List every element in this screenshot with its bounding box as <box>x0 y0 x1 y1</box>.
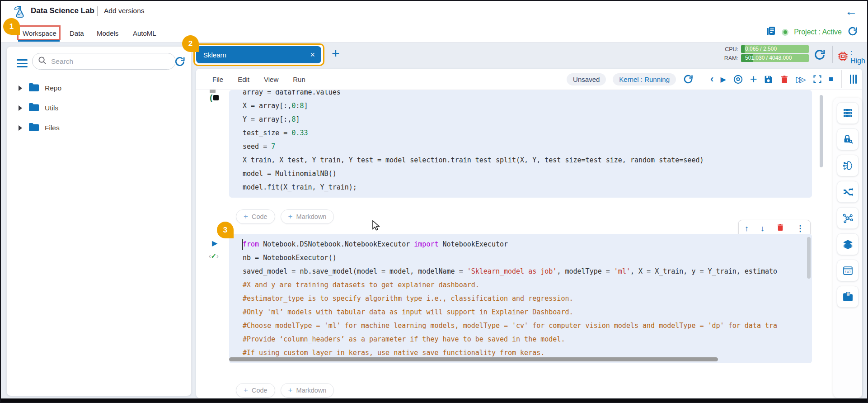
notebook-tab-label: Sklearn <box>203 51 226 59</box>
code-line[interactable]: X_train, X_test, Y_train, Y_test = model… <box>243 153 812 167</box>
cell1-code[interactable]: array = dataframe.valuesX = array[:,0:8]… <box>229 90 812 194</box>
code-line[interactable]: X = array[:,0:8] <box>243 99 812 113</box>
layers-icon[interactable] <box>837 233 859 255</box>
add-markdown-button[interactable]: + Markdown <box>281 209 334 224</box>
run-all-icon[interactable]: ▷▷ <box>796 74 806 85</box>
add-cell-icon[interactable]: + <box>750 72 757 86</box>
stop-kernel-icon[interactable]: ■ <box>829 75 833 84</box>
resource-refresh-icon[interactable] <box>813 48 826 63</box>
kernel-status-badge[interactable]: Kernel : Running <box>613 73 676 85</box>
chevron-right-icon[interactable] <box>19 125 22 131</box>
add-code-button[interactable]: + Code <box>236 383 275 398</box>
close-tab-icon[interactable]: × <box>310 50 315 60</box>
save-notebook-icon[interactable] <box>764 75 773 84</box>
folder-tree: Repo Utils Files <box>7 78 191 138</box>
cell2-code[interactable]: from Notebook.DSNotebook.NotebookExecuto… <box>229 234 812 360</box>
code-line[interactable]: from Notebook.DSNotebook.NotebookExecuto… <box>243 237 812 251</box>
delete-notebook-icon[interactable] <box>780 75 789 84</box>
kernel-refresh-icon[interactable] <box>683 74 694 85</box>
code-line[interactable]: Y = array[:,8] <box>243 113 812 126</box>
cpu-usage-value: 0.065 / 2.500 <box>745 45 777 53</box>
cell1-running-indicator[interactable]: ( <box>210 93 219 103</box>
code-line[interactable]: seed = 7 <box>243 140 812 153</box>
move-cell-down-icon[interactable]: ↓ <box>760 224 765 233</box>
notebook-panel: File Edit View Run Unsaved Kernel : Runn… <box>196 69 862 398</box>
code-line[interactable]: #X and y are training datasets to get ex… <box>243 278 812 292</box>
tab-workspace[interactable]: Workspace <box>23 29 56 37</box>
move-cell-up-icon[interactable]: ↑ <box>745 224 749 233</box>
run-this-cell-icon[interactable]: ▶ <box>212 239 217 247</box>
code-cell-1[interactable]: array = dataframe.valuesX = array[:,0:8]… <box>229 90 812 198</box>
network-nodes-icon[interactable] <box>837 207 859 229</box>
hamburger-menu-icon[interactable] <box>17 59 28 67</box>
mouse-cursor <box>372 220 382 233</box>
search-input[interactable] <box>50 57 170 66</box>
sidebar-refresh-icon[interactable] <box>174 56 186 69</box>
plus-icon: + <box>244 386 248 395</box>
add-notebook-tab-icon[interactable]: + <box>332 46 340 61</box>
chevron-left-icon[interactable]: ‹ <box>710 73 713 85</box>
code-line[interactable]: model = MultinomialNB() <box>243 167 812 180</box>
circle-gear-icon[interactable] <box>733 74 743 85</box>
project-docs-icon[interactable] <box>765 26 776 38</box>
file-explorer-sidebar: Repo Utils Files <box>6 46 192 396</box>
notebook-tab-sklearn[interactable]: Sklearn × <box>196 46 321 63</box>
menu-file[interactable]: File <box>212 76 223 83</box>
notebook-scrollbar-thumb[interactable] <box>820 95 823 167</box>
run-cell-icon[interactable]: ▶ <box>720 75 726 84</box>
project-status-label: Project : Active <box>794 28 842 36</box>
add-versions-link[interactable]: Add versions <box>104 7 145 15</box>
code-cell-2[interactable]: from Notebook.DSNotebook.NotebookExecuto… <box>229 234 812 363</box>
code-line[interactable]: array = dataframe.values <box>243 90 812 99</box>
code-line[interactable]: #Provide ‘column_headers’ as a parameter… <box>243 332 812 346</box>
code-line[interactable]: #Choose modelType = 'ml' for machine lea… <box>243 319 812 332</box>
delete-cell-icon[interactable] <box>776 223 784 234</box>
app-window: Data Science Lab Add versions ← Workspac… <box>0 0 868 403</box>
lock-key-icon[interactable] <box>837 128 859 150</box>
cell-vertical-scrollbar[interactable] <box>807 237 811 279</box>
menu-edit[interactable]: Edit <box>238 76 249 83</box>
project-status-row: Project : Active <box>765 22 858 42</box>
shuffle-icon[interactable] <box>837 181 859 203</box>
tab-automl[interactable]: AutoML <box>133 29 156 37</box>
code-line[interactable]: nb = NotebookExecutor() <box>243 251 812 265</box>
cpu-usage-bar: 0.065 / 2.500 <box>741 45 809 53</box>
tree-item-files[interactable]: Files <box>7 118 191 138</box>
folder-icon <box>28 123 39 133</box>
menu-run[interactable]: Run <box>293 76 305 83</box>
workspace-active-underline <box>18 40 60 42</box>
code-line[interactable]: test_size = 0.33 <box>243 126 812 140</box>
cell-horizontal-scrollbar[interactable] <box>229 357 718 361</box>
chevron-right-icon[interactable] <box>19 105 22 111</box>
project-refresh-icon[interactable] <box>847 26 858 38</box>
fullscreen-icon[interactable] <box>813 75 822 84</box>
ram-usage-bar: 501.030 / 4048.000 <box>741 54 809 62</box>
tab-data[interactable]: Data <box>70 29 84 37</box>
app-header: Data Science Lab Add versions ← <box>1 1 867 22</box>
ram-usage-value: 501.030 / 4048.000 <box>745 54 792 62</box>
tab-models[interactable]: Models <box>97 29 118 37</box>
project-folder-icon[interactable] <box>837 286 859 308</box>
tree-item-repo[interactable]: Repo <box>7 78 191 98</box>
back-arrow-icon[interactable]: ← <box>845 5 857 19</box>
code-line[interactable]: #estimator_type is to specify algorithm … <box>243 292 812 305</box>
search-icon <box>38 56 47 66</box>
code-line[interactable]: saved_model = nb.save_model(model = mode… <box>243 265 812 278</box>
menu-view[interactable]: View <box>264 76 278 83</box>
cell-more-options-icon[interactable]: ⋮ <box>796 223 804 233</box>
header-divider <box>98 6 98 16</box>
code-line[interactable]: model.fit(X_train, Y_train); <box>243 180 812 194</box>
server-rack-icon[interactable] <box>837 102 859 124</box>
insert-cell-row: + Code + Markdown <box>236 209 334 224</box>
code-line[interactable]: #Only 'ml’ models with tabular data as i… <box>243 305 812 319</box>
tree-item-utils[interactable]: Utils <box>7 98 191 118</box>
panel-columns-icon[interactable] <box>850 75 857 84</box>
code-window-icon[interactable]: (x) <box>837 260 859 281</box>
add-code-button[interactable]: + Code <box>236 209 275 224</box>
chevron-right-icon[interactable] <box>19 85 22 91</box>
add-markdown-button[interactable]: + Markdown <box>281 383 334 398</box>
ai-brain-icon[interactable] <box>837 155 859 176</box>
search-box[interactable] <box>32 53 176 70</box>
insert-cell-row: + Code + Markdown <box>236 383 334 398</box>
tree-item-label: Files <box>45 124 60 132</box>
